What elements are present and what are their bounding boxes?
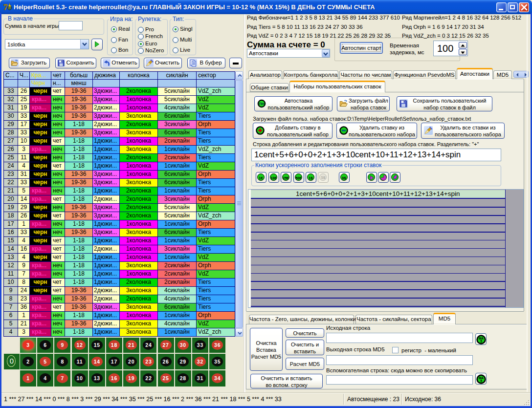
svg-text:ПН: ПН — [259, 102, 265, 106]
svg-text:5: 5 — [480, 339, 482, 343]
svg-text:5: 5 — [480, 379, 482, 382]
svg-text:7: 7 — [3, 2, 8, 12]
